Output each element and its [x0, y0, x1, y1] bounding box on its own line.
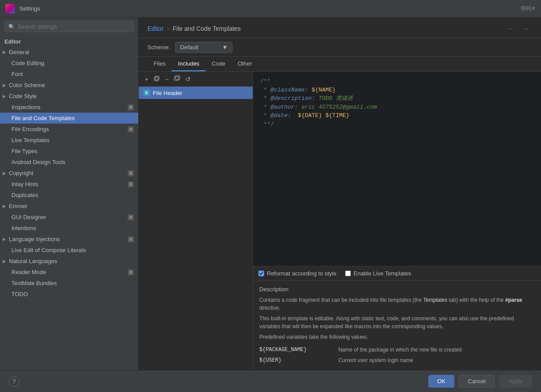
sidebar-item-language-injections[interactable]: ▶ Language Injections ⊞ [0, 234, 138, 245]
sidebar-item-general[interactable]: ▶ General [0, 47, 138, 58]
remove-button[interactable]: − [163, 74, 170, 84]
code-token: * [260, 111, 270, 120]
titlebar-controls: 明码✕ [521, 5, 536, 12]
reset-button[interactable]: ↺ [184, 74, 192, 84]
templates-italic: Templates [423, 297, 447, 303]
sidebar-item-todo[interactable]: TODO [0, 289, 138, 300]
code-token: ${TIME} [325, 111, 350, 120]
code-token: ${NAME} [312, 86, 336, 95]
svg-rect-3 [176, 76, 180, 80]
sidebar-item-emmet[interactable]: ▶ Emmet [0, 201, 138, 212]
sidebar-item-code-editing[interactable]: Code Editing [0, 58, 138, 69]
sidebar-item-file-types[interactable]: File Types [0, 146, 138, 157]
code-token: TODO 类描述 [319, 94, 353, 103]
sidebar-item-inspections[interactable]: Inspections ⊞ [0, 102, 138, 113]
sidebar-item-label: File Encodings [11, 126, 49, 132]
sidebar-item-live-templates[interactable]: Live Templates [0, 135, 138, 146]
sidebar-item-label: Live Templates [11, 137, 49, 143]
sidebar-item-color-scheme[interactable]: ▶ Color Scheme [0, 80, 138, 91]
footer-left: ? [9, 376, 19, 387]
ok-button[interactable]: OK [428, 375, 454, 388]
tab-includes[interactable]: Includes [172, 57, 205, 71]
svg-rect-1 [155, 76, 159, 80]
titlebar-extra: 明码✕ [521, 5, 536, 12]
cancel-button[interactable]: Cancel [459, 375, 495, 388]
breadcrumb-editor-link[interactable]: Editor [147, 25, 164, 32]
template-item-file-header[interactable]: File Header [139, 87, 253, 99]
sidebar-item-copyright[interactable]: ▶ Copyright ⊞ [0, 168, 138, 179]
settings-badge: ⊞ [128, 269, 134, 275]
settings-badge: ⊞ [128, 170, 134, 176]
sidebar-item-label: Inlay Hints [11, 181, 38, 187]
tab-code[interactable]: Code [206, 57, 232, 71]
titlebar-title: Settings [19, 5, 40, 12]
add-button[interactable]: + [143, 74, 150, 84]
sidebar-item-label: Android Design Tools [11, 159, 66, 165]
help-button[interactable]: ? [9, 376, 19, 387]
code-line: **/ [260, 120, 534, 129]
sidebar-item-natural-languages[interactable]: ▶ Natural Languages [0, 256, 138, 267]
chevron-right-icon: ▶ [3, 83, 6, 88]
code-token: * [260, 86, 270, 95]
nav-buttons: ← → [505, 24, 532, 33]
dialog-footer: ? OK Cancel Apply [0, 370, 541, 392]
tab-files[interactable]: Files [147, 57, 172, 71]
sidebar-item-label: Copyright [9, 170, 33, 176]
search-input[interactable] [18, 23, 130, 30]
nav-forward-button[interactable]: → [520, 24, 532, 33]
sidebar-item-label: Reader Mode [11, 269, 46, 275]
svg-rect-0 [155, 77, 158, 81]
sidebar-item-font[interactable]: Font [0, 69, 138, 80]
breadcrumb-separator: › [167, 25, 169, 32]
app-logo [5, 4, 15, 14]
code-token: @author: [270, 103, 298, 112]
live-templates-checkbox[interactable] [345, 271, 351, 276]
sidebar-item-intentions[interactable]: Intentions [0, 223, 138, 234]
sidebar-item-file-code-templates[interactable]: File and Code Templates [0, 113, 138, 124]
description-title: Description: [259, 285, 535, 294]
search-box[interactable]: 🔍 [4, 21, 134, 32]
settings-badge: ⊞ [128, 236, 134, 242]
code-token: * [260, 103, 270, 112]
svg-rect-2 [174, 77, 178, 81]
code-line: * @date: ${DATE} ${TIME} [260, 111, 534, 120]
parse-bold: #parse [505, 297, 523, 303]
footer-right: OK Cancel Apply [428, 375, 532, 388]
sidebar-item-label: Font [11, 71, 23, 77]
code-token: eric 4575252@gmail.com [302, 103, 377, 112]
sidebar-item-duplicates[interactable]: Duplicates [0, 190, 138, 201]
sidebar-item-live-edit[interactable]: Live Edit of Compose Literals [0, 245, 138, 256]
table-row: ${PACKAGE_NAME} Name of the package in w… [259, 344, 535, 355]
scheme-label: Scheme: [147, 44, 170, 51]
copy-button[interactable] [152, 74, 162, 84]
description-area: Description: Contains a code fragment th… [253, 280, 541, 370]
sidebar-item-gui-designer[interactable]: GUI Designer ⊞ [0, 212, 138, 223]
sidebar-item-textmate-bundles[interactable]: TextMate Bundles [0, 278, 138, 289]
scheme-dropdown[interactable]: Default ▼ [175, 42, 232, 53]
code-token: ${DATE} [298, 111, 322, 120]
predefined-vars-title: Predefined variables take the following … [259, 333, 535, 341]
code-token [322, 111, 325, 120]
sidebar-item-code-style[interactable]: ▶ Code Style [0, 91, 138, 102]
template-list: File Header [139, 87, 253, 370]
code-editor[interactable]: /** * @className: ${NAME} * @description… [253, 72, 541, 266]
settings-badge: ⊞ [128, 104, 134, 110]
sidebar-item-inlay-hints[interactable]: Inlay Hints ⊞ [0, 179, 138, 190]
apply-button[interactable]: Apply [499, 375, 532, 388]
sidebar-item-file-encodings[interactable]: File Encodings ⊞ [0, 124, 138, 135]
reformat-checkbox[interactable] [258, 271, 264, 276]
variable-description: Current user system login name [339, 355, 535, 366]
sidebar-item-android-design-tools[interactable]: Android Design Tools [0, 157, 138, 168]
nav-back-button[interactable]: ← [505, 24, 517, 33]
sidebar-item-reader-mode[interactable]: Reader Mode ⊞ [0, 267, 138, 278]
code-token [291, 111, 298, 120]
code-token [308, 86, 312, 95]
sidebar-item-label: General [9, 49, 29, 55]
code-token: /** [260, 77, 270, 86]
code-line: * @author: eric 4575252@gmail.com [260, 103, 534, 112]
tab-other[interactable]: Other [232, 57, 258, 71]
editor-footer: Reformat according to style Enable Live … [253, 266, 541, 280]
sidebar-item-label: Inspections [11, 104, 40, 110]
duplicate-button[interactable] [172, 74, 182, 84]
sidebar-item-label: GUI Designer [11, 214, 46, 220]
